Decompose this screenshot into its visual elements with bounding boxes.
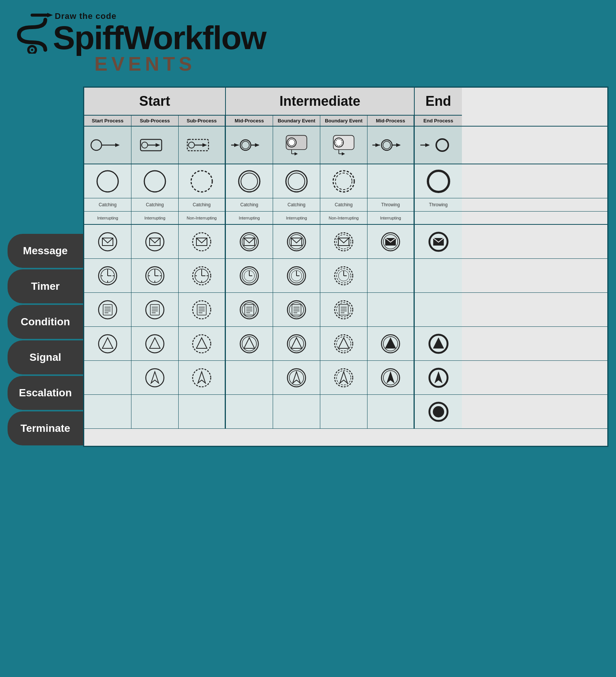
cond-sub-icon bbox=[144, 298, 166, 321]
type-cell-8 bbox=[415, 164, 462, 198]
esc-end-icon bbox=[427, 366, 450, 389]
cond-nonint-bound-icon bbox=[332, 298, 355, 321]
term-cell-5 bbox=[273, 395, 320, 428]
esc-cell-8 bbox=[415, 361, 462, 394]
int-cell-3: Non-Interrupting bbox=[179, 212, 226, 224]
msg-cell-1 bbox=[84, 225, 131, 258]
msg-cell-3 bbox=[179, 225, 226, 258]
row-label-terminate: Terminate bbox=[8, 411, 83, 445]
svg-marker-10 bbox=[156, 143, 160, 147]
sub-header-mid-process-2: Mid-Process bbox=[367, 116, 415, 126]
sig-cell-2 bbox=[131, 327, 179, 360]
ct-cell-4: Catching bbox=[226, 198, 273, 211]
start-circle-icon bbox=[94, 168, 121, 195]
svg-marker-182 bbox=[387, 372, 394, 383]
end-section-header: End bbox=[415, 88, 462, 116]
process-cell-start bbox=[84, 127, 131, 164]
cond-cell-4 bbox=[226, 293, 273, 326]
cond-cell-5 bbox=[273, 293, 320, 326]
timer-cell-4 bbox=[226, 259, 273, 292]
sig-end-icon bbox=[427, 332, 450, 355]
int-cell-6: Non-Interrupting bbox=[320, 212, 367, 224]
sub-header-sub-process-1: Sub-Process bbox=[131, 116, 179, 126]
msg-throw-icon bbox=[379, 230, 402, 253]
svg-point-160 bbox=[289, 337, 304, 351]
svg-point-46 bbox=[241, 173, 258, 190]
svg-point-50 bbox=[335, 173, 352, 190]
cond-cell-3 bbox=[179, 293, 226, 326]
svg-marker-153 bbox=[150, 338, 160, 348]
msg-cell-7 bbox=[367, 225, 415, 258]
logo-text-area: Draw the code SpiffWorkflow bbox=[53, 11, 266, 54]
catching-throwing-row: Catching Catching Catching Catching Catc… bbox=[84, 198, 607, 212]
svg-marker-167 bbox=[385, 338, 396, 348]
svg-point-186 bbox=[433, 406, 444, 417]
cond-nonint-icon bbox=[190, 298, 213, 321]
svg-marker-171 bbox=[151, 372, 159, 383]
svg-point-129 bbox=[240, 301, 258, 319]
start-section-header: Start bbox=[84, 88, 226, 116]
svg-point-49 bbox=[333, 171, 354, 192]
process-cell-sub2 bbox=[179, 127, 226, 164]
timer-event-row bbox=[84, 259, 607, 293]
sig-start-icon bbox=[96, 332, 119, 355]
svg-point-48 bbox=[288, 173, 305, 190]
svg-marker-155 bbox=[196, 338, 207, 348]
cond-cell-1 bbox=[84, 293, 131, 326]
svg-marker-14 bbox=[202, 143, 207, 147]
timer-cell-7 bbox=[367, 259, 415, 292]
timer-cell-3 bbox=[179, 259, 226, 292]
svg-marker-151 bbox=[102, 338, 113, 348]
sig-cell-8 bbox=[415, 327, 462, 360]
ct-cell-6: Catching bbox=[320, 198, 367, 211]
esc-cell-7 bbox=[367, 361, 415, 394]
svg-marker-179 bbox=[340, 372, 347, 383]
row-label-condition: Condition bbox=[8, 305, 83, 339]
svg-marker-32 bbox=[342, 152, 345, 156]
msg-sub-icon bbox=[144, 230, 166, 253]
svg-marker-26 bbox=[295, 152, 298, 156]
sig-mid-icon bbox=[238, 332, 261, 355]
svg-marker-161 bbox=[291, 338, 302, 348]
timer-cell-6 bbox=[320, 259, 367, 292]
boundary-event-1-icon bbox=[278, 134, 315, 156]
sig-nonint-icon bbox=[190, 332, 213, 355]
esc-nonint-icon bbox=[190, 366, 213, 389]
circle-type-row bbox=[84, 164, 607, 198]
svg-marker-20 bbox=[255, 143, 259, 147]
svg-marker-34 bbox=[375, 143, 380, 147]
sig-cell-7 bbox=[367, 327, 415, 360]
timer-cell-2 bbox=[131, 259, 179, 292]
term-cell-2 bbox=[131, 395, 179, 428]
msg-cell-6 bbox=[320, 225, 367, 258]
process-cell-mid bbox=[226, 127, 273, 164]
svg-point-29 bbox=[336, 139, 342, 146]
msg-bound-icon bbox=[285, 230, 308, 253]
ct-cell-3: Catching bbox=[179, 198, 226, 211]
timer-cell-1 bbox=[84, 259, 131, 292]
svg-rect-112 bbox=[103, 304, 112, 315]
sig-cell-4 bbox=[226, 327, 273, 360]
esc-cell-1 bbox=[84, 361, 131, 394]
process-cell-mid-throw bbox=[367, 127, 415, 164]
type-cell-5 bbox=[273, 164, 320, 198]
msg-nonint-icon bbox=[190, 230, 213, 253]
type-cell-4 bbox=[226, 164, 273, 198]
esc-throw-icon bbox=[379, 366, 402, 389]
ct-cell-2: Catching bbox=[131, 198, 179, 211]
section-headers: Start Intermediate End bbox=[84, 88, 607, 116]
boundary-event-2-icon bbox=[325, 134, 363, 156]
esc-nonint-bound-icon bbox=[332, 366, 355, 389]
timer-start-icon bbox=[96, 264, 119, 287]
msg-cell-8 bbox=[415, 225, 462, 258]
term-cell-8 bbox=[415, 395, 462, 428]
process-cell-boundary2 bbox=[320, 127, 367, 164]
process-cell-boundary1 bbox=[273, 127, 320, 164]
svg-point-23 bbox=[289, 139, 295, 146]
svg-point-44 bbox=[191, 171, 212, 192]
sub-header-mid-process-1: Mid-Process bbox=[226, 116, 273, 126]
logo-area: Draw the code SpiffWorkflow bbox=[11, 11, 616, 54]
signal-event-row bbox=[84, 327, 607, 361]
svg-marker-158 bbox=[244, 338, 255, 348]
interrupting-row: Interrupting Interrupting Non-Interrupti… bbox=[84, 212, 607, 225]
